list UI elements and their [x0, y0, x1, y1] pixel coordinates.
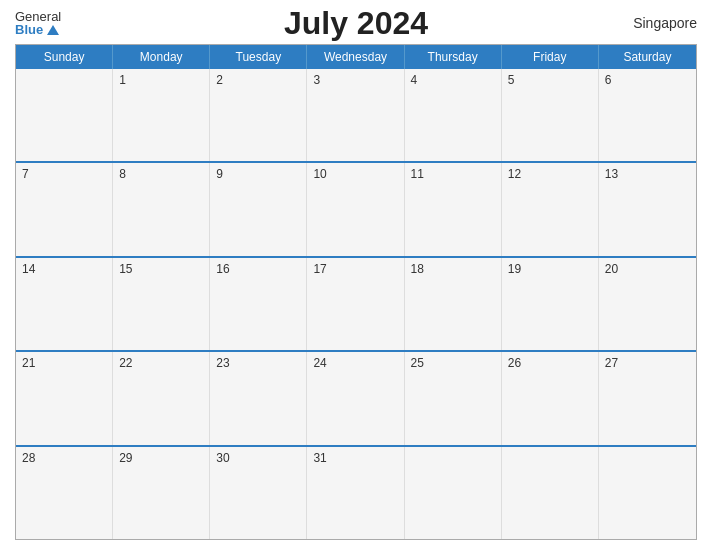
- col-sunday: Sunday: [16, 45, 113, 69]
- day-number-28: 28: [22, 451, 106, 465]
- day-number-23: 23: [216, 356, 300, 370]
- day-number-30: 30: [216, 451, 300, 465]
- col-thursday: Thursday: [405, 45, 502, 69]
- day-18: 18: [405, 258, 502, 350]
- empty-cell-w4-d5: [502, 447, 599, 539]
- day-15: 15: [113, 258, 210, 350]
- day-number-1: 1: [119, 73, 203, 87]
- day-8: 8: [113, 163, 210, 255]
- col-friday: Friday: [502, 45, 599, 69]
- day-25: 25: [405, 352, 502, 444]
- logo-blue-text: Blue: [15, 23, 59, 36]
- day-number-26: 26: [508, 356, 592, 370]
- col-tuesday: Tuesday: [210, 45, 307, 69]
- empty-cell-w4-d6: [599, 447, 696, 539]
- day-20: 20: [599, 258, 696, 350]
- day-26: 26: [502, 352, 599, 444]
- day-30: 30: [210, 447, 307, 539]
- day-number-9: 9: [216, 167, 300, 181]
- day-1: 1: [113, 69, 210, 161]
- day-23: 23: [210, 352, 307, 444]
- day-number-18: 18: [411, 262, 495, 276]
- day-14: 14: [16, 258, 113, 350]
- month-title: July 2024: [284, 5, 428, 42]
- day-5: 5: [502, 69, 599, 161]
- calendar-header-row: Sunday Monday Tuesday Wednesday Thursday…: [16, 45, 696, 69]
- day-27: 27: [599, 352, 696, 444]
- day-number-13: 13: [605, 167, 690, 181]
- day-13: 13: [599, 163, 696, 255]
- day-number-17: 17: [313, 262, 397, 276]
- logo-triangle-icon: [47, 25, 59, 35]
- day-12: 12: [502, 163, 599, 255]
- day-number-10: 10: [313, 167, 397, 181]
- col-wednesday: Wednesday: [307, 45, 404, 69]
- day-number-4: 4: [411, 73, 495, 87]
- calendar-body: 1234567891011121314151617181920212223242…: [16, 69, 696, 539]
- day-number-6: 6: [605, 73, 690, 87]
- day-number-14: 14: [22, 262, 106, 276]
- week-row-4: 21222324252627: [16, 350, 696, 444]
- day-number-19: 19: [508, 262, 592, 276]
- header: General Blue July 2024 Singapore: [15, 10, 697, 36]
- day-number-16: 16: [216, 262, 300, 276]
- day-28: 28: [16, 447, 113, 539]
- day-number-7: 7: [22, 167, 106, 181]
- col-saturday: Saturday: [599, 45, 696, 69]
- empty-cell-w0-d0: [16, 69, 113, 161]
- day-4: 4: [405, 69, 502, 161]
- week-row-1: 123456: [16, 69, 696, 161]
- day-number-21: 21: [22, 356, 106, 370]
- week-row-5: 28293031: [16, 445, 696, 539]
- day-6: 6: [599, 69, 696, 161]
- day-number-12: 12: [508, 167, 592, 181]
- location-label: Singapore: [633, 15, 697, 31]
- day-3: 3: [307, 69, 404, 161]
- col-monday: Monday: [113, 45, 210, 69]
- day-19: 19: [502, 258, 599, 350]
- day-9: 9: [210, 163, 307, 255]
- empty-cell-w4-d4: [405, 447, 502, 539]
- day-29: 29: [113, 447, 210, 539]
- day-21: 21: [16, 352, 113, 444]
- day-number-2: 2: [216, 73, 300, 87]
- day-number-5: 5: [508, 73, 592, 87]
- day-number-24: 24: [313, 356, 397, 370]
- calendar: Sunday Monday Tuesday Wednesday Thursday…: [15, 44, 697, 540]
- day-2: 2: [210, 69, 307, 161]
- day-7: 7: [16, 163, 113, 255]
- day-31: 31: [307, 447, 404, 539]
- day-24: 24: [307, 352, 404, 444]
- day-17: 17: [307, 258, 404, 350]
- day-number-15: 15: [119, 262, 203, 276]
- day-11: 11: [405, 163, 502, 255]
- day-number-31: 31: [313, 451, 397, 465]
- day-number-11: 11: [411, 167, 495, 181]
- week-row-2: 78910111213: [16, 161, 696, 255]
- day-number-8: 8: [119, 167, 203, 181]
- week-row-3: 14151617181920: [16, 256, 696, 350]
- day-number-29: 29: [119, 451, 203, 465]
- day-number-25: 25: [411, 356, 495, 370]
- day-number-3: 3: [313, 73, 397, 87]
- logo: General Blue: [15, 10, 61, 36]
- day-number-20: 20: [605, 262, 690, 276]
- day-number-27: 27: [605, 356, 690, 370]
- page: General Blue July 2024 Singapore Sunday …: [0, 0, 712, 550]
- day-16: 16: [210, 258, 307, 350]
- day-22: 22: [113, 352, 210, 444]
- day-10: 10: [307, 163, 404, 255]
- day-number-22: 22: [119, 356, 203, 370]
